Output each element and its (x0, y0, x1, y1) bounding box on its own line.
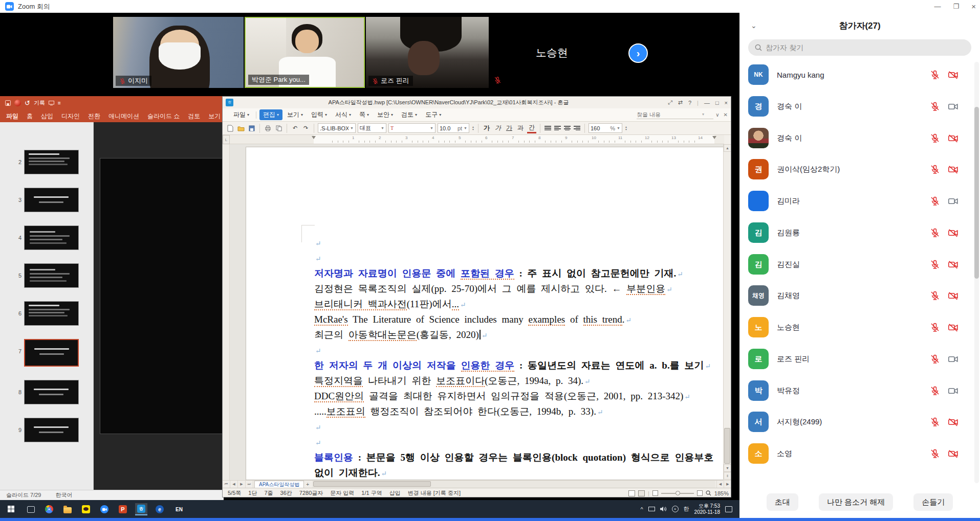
vertical-scrollbar[interactable]: ▲ ▼ ⇕ (723, 144, 731, 480)
participant-row[interactable]: 김김원룡 (739, 218, 971, 247)
fit-width-icon[interactable] (638, 490, 645, 496)
hscroll-thumb[interactable] (313, 481, 431, 487)
slide-thumbnail[interactable] (24, 263, 79, 288)
document-text[interactable]: ↵↵저자명과 자료명이 인용문 중에 포함된 경우 : 주 표시 없이 참고문헌… (314, 235, 724, 480)
scrollbar-thumb[interactable] (724, 428, 730, 464)
open-folder-icon[interactable] (236, 124, 245, 132)
video-tile[interactable]: 이지미 (113, 17, 244, 88)
print-icon[interactable] (264, 124, 272, 132)
prev-tab-icon[interactable]: ◀ (230, 481, 238, 488)
lang-en-taskbar-icon[interactable]: EN (173, 503, 185, 515)
invite-button[interactable]: 초대 (767, 493, 798, 511)
add-tab-button[interactable]: + (304, 482, 311, 487)
file-explorer-taskbar-icon[interactable] (61, 503, 74, 515)
participant-row[interactable]: 김김진실 (739, 250, 971, 279)
chrome-taskbar-icon[interactable] (43, 503, 55, 515)
ppt-menu-0[interactable]: 파일 (6, 112, 18, 121)
new-doc-icon[interactable] (226, 124, 234, 132)
rep-combo[interactable]: 대표▼ (358, 123, 386, 133)
line-spacing-combo[interactable]: 160%▼ (589, 123, 622, 133)
action-center-icon[interactable] (725, 506, 732, 512)
find-collapse-icon[interactable]: ∨ (715, 112, 719, 118)
hwp-menu-1[interactable]: 편집▾ (259, 109, 282, 120)
raise-hand-button[interactable]: 손들기 (913, 493, 953, 511)
find-close-icon[interactable]: ✕ (724, 112, 728, 118)
ppt-menu-2[interactable]: 삽입 (41, 112, 53, 121)
outline-button[interactable]: 과 (516, 124, 525, 132)
slide-thumbnail[interactable] (24, 301, 79, 326)
underline-button[interactable]: 가 (505, 124, 514, 132)
participant-row[interactable]: 노노승현 (739, 313, 971, 342)
redo-icon[interactable]: ↷ (301, 124, 310, 132)
last-tab-icon[interactable]: ⏭ (246, 481, 253, 488)
panel-collapse-icon[interactable]: ⌄ (751, 21, 757, 30)
hwp-close-button[interactable]: × (725, 100, 728, 106)
hwp-fullscreen-icon[interactable]: ⤢ (668, 99, 672, 106)
minimize-button[interactable]: — (934, 3, 941, 10)
hwp-minimize-button[interactable]: — (704, 100, 710, 106)
ppt-save-icon[interactable] (5, 100, 11, 106)
hwp-menu-0[interactable]: 파일▾ (230, 109, 253, 120)
edge-taskbar-icon[interactable]: e (154, 503, 166, 515)
participant-row[interactable]: 소소영 (739, 439, 971, 468)
hscroll-track[interactable] (312, 481, 715, 488)
style-combo[interactable]: .S-LIB-BOX▼ (318, 123, 356, 133)
char-color-button[interactable]: 간 (527, 123, 536, 133)
video-tile[interactable]: 노승현 (490, 17, 614, 88)
participant-row[interactable]: 로로즈 핀리 (739, 345, 971, 373)
slide-thumbnail[interactable] (24, 188, 79, 212)
slide-thumbnail-selected[interactable] (24, 339, 79, 367)
horizontal-scrollbar[interactable]: ⏮ ◀ ▶ ⏭ APA스타일작성법 + ◀ ▶ (223, 480, 731, 488)
ime-indicator[interactable]: 한 (684, 505, 689, 513)
slide-thumbnail[interactable] (24, 418, 79, 442)
slide-thumbnail[interactable] (24, 225, 79, 250)
participant-row[interactable]: 경숙 이 (739, 124, 971, 152)
zoom-in-icon[interactable] (697, 490, 703, 496)
bold-button[interactable]: 가 (482, 124, 491, 132)
align-left-icon[interactable] (554, 125, 561, 131)
scroll-left-icon[interactable]: ◀ (716, 481, 724, 488)
ppt-menu-7[interactable]: 검토 (188, 112, 200, 121)
hwp-help-icon[interactable]: ? (688, 100, 691, 106)
zoom-slider[interactable] (661, 493, 694, 494)
font-size-combo[interactable]: 10.0pt▼ (438, 123, 469, 133)
first-tab-icon[interactable]: ⏮ (223, 481, 230, 488)
participant-row[interactable]: 권권이삭(임상2학기) (739, 155, 971, 184)
hwp-menu-2[interactable]: 보기▾ (284, 109, 307, 120)
hwp-menu-3[interactable]: 입력▾ (308, 109, 331, 120)
maximize-button[interactable]: ❐ (953, 3, 960, 10)
find-input[interactable] (637, 111, 702, 118)
participant-row[interactable]: 김미라 (739, 187, 971, 215)
search-input[interactable] (766, 43, 955, 52)
task-view-taskbar-icon[interactable] (25, 503, 37, 515)
tray-volume-icon[interactable] (660, 506, 667, 512)
find-bar[interactable]: ▾ (637, 110, 713, 119)
scroll-up-icon[interactable]: ▲ (724, 144, 731, 152)
ppt-menu-5[interactable]: 애니메이션 (108, 112, 139, 121)
font-size-spinner[interactable]: ▲▼ (472, 126, 474, 131)
ppt-menu-4[interactable]: 전환 (88, 112, 100, 121)
align-justify-icon[interactable] (544, 125, 552, 131)
zoom-slider-knob[interactable] (676, 491, 680, 495)
italic-button[interactable]: 가 (493, 124, 503, 132)
tray-x-icon[interactable]: × (672, 506, 679, 512)
next-tab-icon[interactable]: ▶ (238, 481, 246, 488)
indent-marker[interactable] (312, 136, 316, 139)
panel-scrollbar[interactable] (974, 62, 979, 483)
zoom-out-icon[interactable] (652, 490, 658, 496)
hwp-menu-7[interactable]: 검토▾ (398, 109, 421, 120)
vertical-ruler[interactable] (223, 144, 230, 480)
ppt-undo-icon[interactable]: ↺ (25, 99, 30, 107)
close-button[interactable]: × (971, 2, 976, 11)
hwp-maximize-button[interactable]: □ (715, 100, 719, 106)
participant-row[interactable]: NKNamgyu kang (739, 60, 971, 89)
document-page[interactable]: ↵↵저자명과 자료명이 인용문 중에 포함된 경우 : 주 표시 없이 참고문헌… (246, 147, 724, 480)
zoom-percent[interactable]: 185% (714, 490, 729, 496)
participant-search[interactable] (748, 39, 971, 56)
start-taskbar-icon[interactable] (5, 503, 17, 515)
hwp-menu-4[interactable]: 서식▾ (332, 109, 355, 120)
align-center-icon[interactable] (563, 125, 571, 131)
page-nav-icon[interactable]: ⇕ (724, 472, 731, 480)
scroll-right-icon[interactable]: ▶ (724, 481, 731, 488)
hwp-menu-5[interactable]: 쪽▾ (356, 109, 373, 120)
